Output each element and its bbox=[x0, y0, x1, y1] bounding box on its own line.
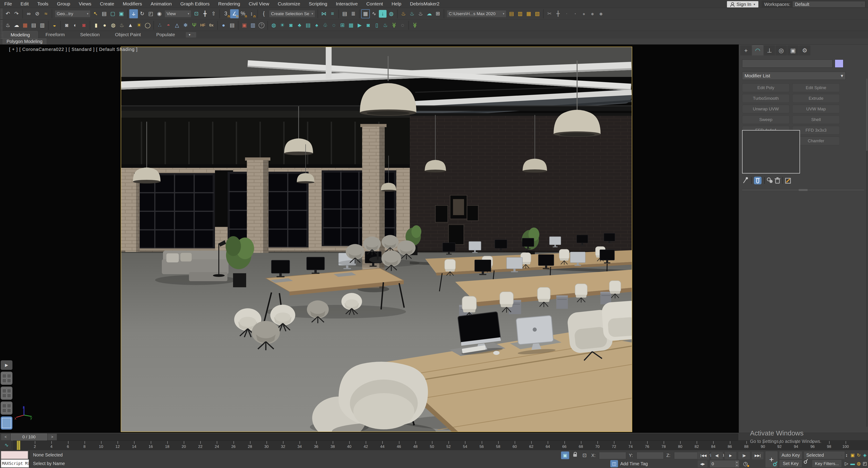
railclone-icon[interactable]: ◌ bbox=[330, 21, 338, 30]
menu-debrismaker2[interactable]: DebrisMaker2 bbox=[405, 0, 444, 8]
select-and-manipulate-icon[interactable]: ╋ bbox=[201, 9, 209, 18]
go-to-end-icon[interactable]: ▶▶| bbox=[752, 451, 764, 460]
window-crossing-toggle-icon[interactable]: ▣ bbox=[117, 9, 126, 18]
menu-content[interactable]: Content bbox=[362, 0, 388, 8]
layer-stack-icon[interactable]: ⊞ bbox=[338, 21, 347, 30]
named-selection-sets-dropdown[interactable]: Create Selection Se▾ bbox=[269, 10, 315, 18]
key-selection-dropdown[interactable]: Selected ▾ bbox=[804, 451, 845, 459]
menu-graph-editors[interactable]: Graph Editors bbox=[176, 0, 214, 8]
corona-lightmix-icon[interactable]: ◒ bbox=[50, 21, 59, 30]
corona-lightlister-icon[interactable]: ▥ bbox=[38, 21, 46, 30]
isolate-selection-toggle[interactable]: ▣ bbox=[561, 451, 569, 459]
corona-sun-icon[interactable]: ☀ bbox=[135, 21, 143, 30]
go-to-start-icon[interactable]: |◀◀ bbox=[698, 451, 710, 460]
ribbon-drag-handle[interactable] bbox=[0, 26, 3, 38]
time-configuration-button[interactable]: ◷ bbox=[741, 460, 749, 467]
select-by-name-icon[interactable]: ▤ bbox=[100, 9, 108, 18]
ribbon-config-dropdown[interactable]: ▼▾ bbox=[186, 32, 196, 37]
ribbon-tab-freeform[interactable]: Freeform bbox=[38, 31, 72, 38]
forest-pine-icon[interactable]: ♠ bbox=[312, 21, 321, 30]
folder-user-icon[interactable]: ▧ bbox=[533, 9, 541, 18]
select-and-rotate-icon[interactable]: ↻ bbox=[138, 9, 147, 18]
toggle-layer-explorer-icon[interactable]: ≣ bbox=[349, 9, 358, 18]
corona-camera-icon[interactable]: ◙ bbox=[62, 21, 71, 30]
folder-link-icon[interactable]: ▦ bbox=[524, 9, 533, 18]
field-of-view-icon[interactable]: ▷ bbox=[844, 460, 849, 468]
corona-cloud-icon[interactable]: ☁ bbox=[12, 21, 21, 30]
ribbon-tab-selection[interactable]: Selection bbox=[72, 31, 107, 38]
viewport-scene[interactable] bbox=[121, 47, 632, 432]
panel-scrollbar[interactable] bbox=[866, 79, 868, 427]
modifier-button-edit-poly[interactable]: Edit Poly bbox=[742, 84, 789, 92]
camera-add-icon[interactable]: ◙ bbox=[364, 21, 373, 30]
current-frame-marker[interactable] bbox=[17, 441, 20, 450]
motion-tab[interactable]: ◎ bbox=[776, 46, 787, 55]
make-unique-icon[interactable] bbox=[767, 178, 773, 183]
soft-dot-1-icon[interactable]: • bbox=[562, 9, 571, 18]
modifier-button-unwrap-uvw[interactable]: Unwrap UVW bbox=[742, 105, 789, 113]
maxscript-mini-listener-input[interactable]: MAXScript Mi bbox=[1, 460, 29, 468]
select-and-link-icon[interactable]: ∞ bbox=[24, 9, 33, 18]
mini-curve-editor-icon[interactable]: ∿ bbox=[1, 441, 12, 449]
bind-to-space-warp-icon[interactable]: ≈ bbox=[41, 9, 50, 18]
mirror-icon[interactable]: ⋈ bbox=[320, 9, 328, 18]
auto-key-button[interactable]: Auto Key bbox=[779, 451, 802, 459]
layout-preset-2[interactable] bbox=[1, 386, 12, 400]
angle-snap-toggle-icon[interactable]: ∠U bbox=[230, 9, 239, 18]
toolbar-drag-handle[interactable] bbox=[0, 9, 3, 19]
unlink-selection-icon[interactable]: ⊘ bbox=[33, 9, 41, 18]
vray-camera-icon[interactable]: ◙ bbox=[287, 21, 295, 30]
object-name-field[interactable] bbox=[742, 59, 833, 68]
time-slider-track[interactable] bbox=[10, 434, 738, 440]
corona-settings-icon[interactable]: ▤ bbox=[29, 21, 38, 30]
corona-vfb-icon[interactable]: ▦ bbox=[21, 21, 29, 30]
previous-frame-icon[interactable]: ◀| bbox=[711, 451, 723, 460]
menu-help[interactable]: Help bbox=[387, 0, 405, 8]
set-key-button[interactable]: Set Key bbox=[779, 460, 802, 468]
modifier-button-sweep[interactable]: Sweep bbox=[742, 115, 789, 124]
menu-animation[interactable]: Animation bbox=[146, 0, 176, 8]
key-mode-toggle[interactable]: ◀▶ bbox=[698, 460, 708, 468]
grass-icon[interactable]: Ψ bbox=[190, 21, 198, 30]
update-chevron-icon[interactable]: ≫ bbox=[390, 21, 398, 30]
render-flyout-icon[interactable]: ⊞ bbox=[434, 9, 442, 18]
toggle-ribbon-icon[interactable]: ▦ bbox=[361, 9, 370, 18]
create-tab[interactable]: + bbox=[740, 46, 752, 55]
update-all-chevron-icon[interactable]: ≫ bbox=[410, 21, 419, 30]
forest-leaf-icon[interactable]: ♧ bbox=[321, 21, 330, 30]
select-and-scale-icon[interactable]: ◰ bbox=[147, 9, 155, 18]
current-frame-field[interactable]: 0 ▲▼ bbox=[710, 460, 739, 468]
snaps-toggle-icon[interactable]: 3U bbox=[221, 9, 230, 18]
viewport-label[interactable]: [ + ] [ CoronaCamera022 ] [ Standard ] [… bbox=[9, 47, 138, 52]
orbit-camera-icon[interactable]: ◍ bbox=[856, 460, 862, 468]
keyboard-shortcut-override-icon[interactable]: ⇧ bbox=[209, 9, 218, 18]
volume-grid-icon[interactable]: ❄ bbox=[181, 21, 190, 30]
menu-file[interactable]: File bbox=[0, 0, 16, 8]
soft-dot-4-icon[interactable]: ● bbox=[588, 9, 597, 18]
sign-in-button[interactable]: Sign In ▾ bbox=[727, 1, 758, 7]
corona-material-icon[interactable]: ♨ bbox=[118, 21, 126, 30]
project-folder-dropdown[interactable]: C:\Users\H...s Max 2020▾ bbox=[447, 10, 506, 18]
x-coordinate-field[interactable] bbox=[599, 452, 626, 459]
modifier-button-turbosmooth[interactable]: TurboSmooth bbox=[742, 94, 789, 103]
soft-dot-3-icon[interactable]: ● bbox=[580, 9, 588, 18]
absolute-offset-mode-toggle[interactable]: ⊡ bbox=[581, 451, 589, 459]
material-editor-icon[interactable]: ◍ bbox=[387, 9, 396, 18]
video-panel-icon[interactable]: ▶ bbox=[355, 21, 364, 30]
remove-modifier-icon[interactable] bbox=[775, 177, 780, 183]
zoom-region-icon[interactable]: ◈ bbox=[862, 451, 868, 459]
key-filters-button[interactable]: Key Filters... bbox=[812, 460, 842, 468]
utilities-tab[interactable]: ⚙ bbox=[799, 46, 810, 55]
hair-fur-icon[interactable]: HF bbox=[198, 21, 207, 30]
vray-light-icon[interactable]: ◍ bbox=[270, 21, 278, 30]
reference-coordinate-system-dropdown[interactable]: View▾ bbox=[164, 10, 191, 18]
set-keys-button[interactable]: + bbox=[765, 451, 778, 468]
selection-lock-toggle[interactable] bbox=[571, 451, 579, 459]
select-object-icon[interactable]: ↖ bbox=[91, 9, 100, 18]
pin-stack-icon[interactable] bbox=[743, 177, 748, 183]
menu-modifiers[interactable]: Modifiers bbox=[119, 0, 146, 8]
menu-tools[interactable]: Tools bbox=[33, 0, 53, 8]
render-production-icon[interactable]: ♨ bbox=[416, 9, 425, 18]
menu-group[interactable]: Group bbox=[53, 0, 74, 8]
vray-sun-icon[interactable]: ☀ bbox=[278, 21, 287, 30]
